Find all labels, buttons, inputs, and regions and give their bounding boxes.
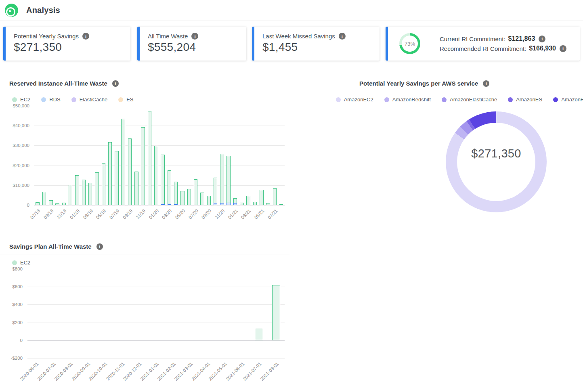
- legend-item-AmazonRedshift[interactable]: AmazonRedshift: [384, 96, 431, 103]
- bar-slot: [182, 269, 199, 340]
- savings-per-service-legend: AmazonEC2AmazonRedshiftAmazonElastiCache…: [355, 91, 583, 106]
- sp-waste-bar-chart: $800$600$400$2000-$2002020-06-012020-07-…: [0, 269, 289, 390]
- info-icon[interactable]: [339, 33, 346, 40]
- kpi-card-last-week-missed-savings: Last Week Missed Savings $1,455: [252, 27, 380, 61]
- y-axis-tick: $50,000: [13, 103, 29, 108]
- x-axis-tick: 07/21: [266, 208, 278, 220]
- bar-slot: [146, 106, 153, 205]
- legend-dot-icon: [12, 260, 17, 265]
- info-icon[interactable]: [539, 36, 545, 42]
- savings-per-service-donut[interactable]: $271,350: [446, 111, 547, 212]
- reserved-instance-waste-panel: Reserved Instance All-Time Waste EC2RDSE…: [0, 80, 289, 231]
- bar-EC2-04/19[interactable]: [95, 172, 99, 205]
- y-axis-tick: $20,000: [13, 163, 29, 168]
- bar-EC2-07/19[interactable]: [115, 151, 118, 205]
- x-axis-tick: 05/20: [174, 208, 186, 220]
- bar-EC2-12/19[interactable]: [148, 111, 151, 205]
- y-axis-tick: $200: [12, 320, 23, 325]
- x-axis-tick: 05/21: [254, 208, 265, 220]
- legend-item-AmazonElastiCache[interactable]: AmazonElastiCache: [442, 96, 497, 103]
- bar-EC2-08/20[interactable]: [200, 193, 204, 205]
- bar-slot: [113, 269, 130, 340]
- bar-EC2-09/18[interactable]: [49, 200, 52, 205]
- bar-slot: [120, 106, 126, 205]
- bar-slot: [159, 106, 166, 205]
- legend-dot-icon: [71, 97, 76, 102]
- bar-EC2-05/21[interactable]: [260, 190, 263, 205]
- sp-waste-legend: EC2: [0, 254, 289, 269]
- current-ri-commitment-row: Current RI Commitment: $121,863: [440, 35, 566, 42]
- bar-EC2-01/19[interactable]: [75, 175, 79, 205]
- info-icon[interactable]: [191, 33, 198, 40]
- bar-EC2-04/21[interactable]: [253, 202, 257, 205]
- legend-dot-icon: [508, 97, 513, 102]
- bar-EC2-09/19[interactable]: [128, 138, 132, 205]
- bar-EC2-12/20[interactable]: [226, 156, 230, 203]
- legend-item-AmazonRDS[interactable]: AmazonRDS: [553, 96, 583, 103]
- info-icon[interactable]: [96, 243, 103, 250]
- bar-EC2-10/20[interactable]: [214, 178, 217, 203]
- panel-title: Potential Yearly Savings per AWS service: [359, 80, 478, 87]
- bar-EC2-05/20[interactable]: [180, 191, 184, 205]
- info-icon[interactable]: [560, 45, 566, 52]
- bar-slot: [130, 269, 147, 340]
- bar-EC2-11/19[interactable]: [141, 127, 145, 205]
- bar-EC2-07/20[interactable]: [194, 179, 197, 205]
- bar-EC2-07/21[interactable]: [273, 188, 277, 205]
- legend-item-AmazonEC2[interactable]: AmazonEC2: [336, 96, 373, 103]
- bar-EC2-10/19[interactable]: [134, 172, 138, 205]
- bar-slot: [173, 106, 179, 205]
- bar-EC2-06/20[interactable]: [187, 189, 191, 205]
- legend-item-RDS[interactable]: RDS: [41, 96, 60, 103]
- bar-EC2-08/18[interactable]: [42, 192, 46, 205]
- panel-title: Reserved Instance All-Time Waste: [9, 80, 107, 87]
- kpi-card-all-time-waste: All Time Waste $555,204: [137, 27, 246, 61]
- bar-EC2-09/20[interactable]: [207, 196, 211, 205]
- bar-EC2-12/18[interactable]: [69, 185, 72, 205]
- bar-EC2-01/20[interactable]: [154, 146, 158, 205]
- bar-EC2-2021-08-01[interactable]: [272, 285, 280, 340]
- kpi-cards-row: Potential Yearly Savings $271,350 All Ti…: [3, 27, 580, 61]
- bar-EC2-05/19[interactable]: [102, 163, 105, 205]
- legend-item-EC2[interactable]: EC2: [12, 96, 30, 103]
- bar-EC2-02/20[interactable]: [161, 155, 164, 205]
- bar-slot: [212, 106, 218, 205]
- bar-EC2-03/20[interactable]: [168, 170, 171, 205]
- info-icon[interactable]: [483, 80, 489, 87]
- legend-item-EC2[interactable]: EC2: [12, 260, 30, 266]
- bar-EC2-08/19[interactable]: [121, 119, 125, 205]
- donut-center-value: $271,350: [471, 147, 521, 160]
- legend-item-ES[interactable]: ES: [118, 96, 133, 103]
- kpi-value: $1,455: [262, 41, 375, 54]
- legend-dot-icon: [118, 97, 123, 102]
- info-icon[interactable]: [82, 33, 89, 40]
- ri-waste-bar-chart: $50,000$40,000$30,000$20,000$10,000007/1…: [0, 106, 289, 231]
- bar-EC2-06/19[interactable]: [108, 142, 112, 205]
- bar-EC2-04/20[interactable]: [174, 182, 178, 205]
- legend-item-AmazonES[interactable]: AmazonES: [508, 96, 542, 103]
- legend-item-ElastiCache[interactable]: ElastiCache: [71, 96, 107, 103]
- bar-EC2-11/20[interactable]: [220, 154, 224, 203]
- info-icon[interactable]: [112, 80, 119, 87]
- bar-EC2-03/21[interactable]: [246, 196, 250, 205]
- bar-EC2-2021-07-01[interactable]: [255, 328, 263, 340]
- ri-row-value: $121,863: [508, 35, 535, 42]
- x-axis-tick: 01/20: [148, 208, 159, 220]
- bar-slot: [258, 106, 265, 205]
- bar-slot: [232, 106, 238, 205]
- gauge-percent-label: 73%: [405, 41, 415, 47]
- bar-EC2-02/19[interactable]: [82, 180, 86, 205]
- kpi-value: $555,204: [148, 41, 241, 54]
- bar-EC2-07/18[interactable]: [36, 202, 39, 205]
- ri-row-label: Current RI Commitment:: [440, 36, 505, 42]
- bar-EC2-03/19[interactable]: [88, 183, 92, 205]
- kpi-label: Potential Yearly Savings: [14, 33, 79, 40]
- x-axis-tick: 01/21: [227, 208, 239, 220]
- bar-slot: [48, 106, 54, 205]
- donut-hole: $271,350: [457, 123, 535, 201]
- bar-slot: [41, 106, 47, 205]
- y-axis-tick: $10,000: [13, 183, 29, 188]
- legend-label: RDS: [49, 96, 60, 103]
- x-axis-tick: 09/20: [201, 208, 212, 220]
- bar-slot: [79, 269, 96, 340]
